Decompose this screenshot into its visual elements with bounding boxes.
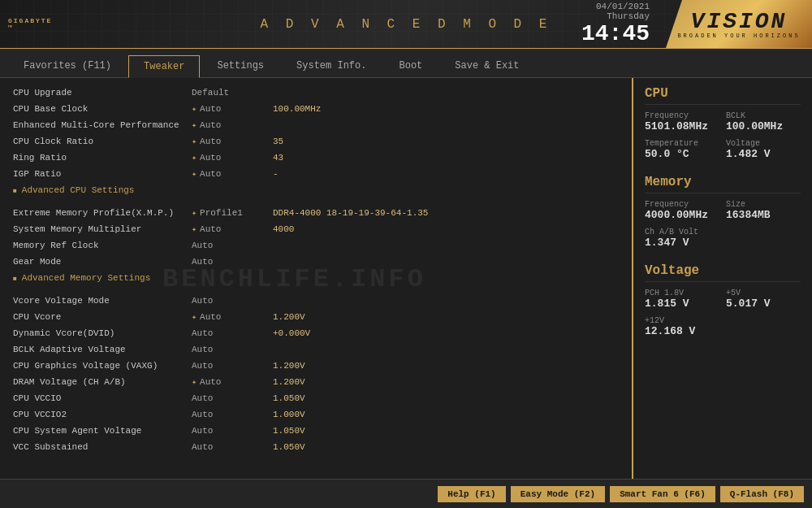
- memory-section-title: Memory: [645, 175, 801, 193]
- tab-settings[interactable]: Settings: [201, 54, 279, 77]
- list-item[interactable]: CPU VCCIO Auto 1.050V: [0, 390, 632, 406]
- nav-tabs: Favorites (F11) Tweaker Settings System …: [0, 49, 812, 78]
- list-item[interactable]: System Memory Multiplier ✦ Auto 4000: [0, 221, 632, 237]
- list-item[interactable]: Extreme Memory Profile(X.M.P.) ✦ Profile…: [0, 205, 632, 221]
- memory-frequency-item: Frequency 4000.00MHz: [645, 200, 719, 221]
- tab-systeminfo[interactable]: System Info.: [281, 54, 382, 77]
- footer: Help (F1) Easy Mode (F2) Smart Fan 6 (F6…: [0, 479, 812, 508]
- cpu-voltage-item: Voltage 1.482 V: [726, 139, 801, 160]
- memory-ch-item: Ch A/B Volt 1.347 V: [645, 228, 801, 249]
- list-item[interactable]: CPU VCCIO2 Auto 1.000V: [0, 406, 632, 423]
- main-content: BENCHLIFE.INFO CPU Upgrade Default CPU B…: [0, 78, 812, 479]
- list-item[interactable]: CPU Upgrade Default: [0, 85, 632, 101]
- time-display: 14:45: [581, 21, 650, 46]
- header-datetime: 04/01/2021 Thursday 14:45: [581, 2, 650, 46]
- cpu-info-section: CPU Frequency 5101.08MHz BCLK 100.00MHz …: [645, 86, 801, 163]
- list-item[interactable]: CPU System Agent Voltage Auto 1.050V: [0, 423, 632, 439]
- header: GIGABYTE ™ A D V A N C E D M O D E 04/01…: [0, 0, 812, 49]
- list-item[interactable]: Gear Mode Auto: [0, 254, 632, 270]
- plus5-voltage-item: +5V 5.017 V: [726, 289, 801, 310]
- memory-size-item: Size 16384MB: [726, 200, 801, 221]
- list-item[interactable]: VCC Substained Auto 1.050V: [0, 439, 632, 455]
- help-button[interactable]: Help (F1): [438, 486, 505, 502]
- date-display: 04/01/2021: [581, 2, 650, 11]
- tab-boot[interactable]: Boot: [383, 54, 438, 77]
- mode-label: A D V A N C E D M O D E: [261, 17, 552, 32]
- pch-voltage-item: PCH 1.8V 1.815 V: [645, 289, 719, 310]
- smart-fan-button[interactable]: Smart Fan 6 (F6): [610, 486, 715, 502]
- section-advanced-memory[interactable]: Advanced Memory Settings: [0, 270, 632, 286]
- list-item[interactable]: CPU Clock Ratio ✦ Auto 35: [0, 133, 632, 150]
- easy-mode-button[interactable]: Easy Mode (F2): [511, 486, 605, 502]
- tab-saveexit[interactable]: Save & Exit: [439, 54, 534, 77]
- list-item[interactable]: CPU Base Clock ✦ Auto 100.00MHz: [0, 101, 632, 117]
- list-item[interactable]: Vcore Voltage Mode Auto: [0, 293, 632, 309]
- list-item[interactable]: DRAM Voltage (CH A/B) ✦ Auto 1.200V: [0, 374, 632, 390]
- settings-panel: BENCHLIFE.INFO CPU Upgrade Default CPU B…: [0, 78, 633, 479]
- logo: GIGABYTE ™: [8, 17, 52, 32]
- list-item[interactable]: Memory Ref Clock Auto: [0, 237, 632, 254]
- list-item[interactable]: Ring Ratio ✦ Auto 43: [0, 150, 632, 166]
- list-item[interactable]: IGP Ratio ✦ Auto -: [0, 166, 632, 182]
- voltage-info-section: Voltage PCH 1.8V 1.815 V +5V 5.017 V +12…: [645, 263, 801, 341]
- section-advanced-cpu[interactable]: Advanced CPU Settings: [0, 182, 632, 198]
- voltage-section-title: Voltage: [645, 263, 801, 282]
- tab-favorites[interactable]: Favorites (F11): [8, 54, 127, 77]
- memory-info-section: Memory Frequency 4000.00MHz Size 16384MB…: [645, 175, 801, 252]
- plus12-voltage-item: +12V 12.168 V: [645, 316, 719, 337]
- day-display: Thursday: [581, 11, 650, 21]
- qflash-button[interactable]: Q-Flash (F8): [720, 486, 804, 502]
- cpu-temp-item: Temperature 50.0 °C: [645, 139, 719, 160]
- list-item[interactable]: CPU Vcore ✦ Auto 1.200V: [0, 309, 632, 325]
- list-item[interactable]: Enhanced Multi-Core Performance ✦ Auto: [0, 117, 632, 133]
- tab-tweaker[interactable]: Tweaker: [128, 55, 200, 78]
- cpu-bclk-item: BCLK 100.00MHz: [726, 111, 801, 132]
- list-item[interactable]: Dynamic Vcore(DVID) Auto +0.000V: [0, 325, 632, 341]
- list-item[interactable]: BCLK Adaptive Voltage Auto: [0, 341, 632, 358]
- cpu-section-title: CPU: [645, 86, 801, 105]
- cpu-frequency-item: Frequency 5101.08MHz: [645, 111, 719, 132]
- vision-logo: VISION BROADEN YOUR HORIZONS: [666, 0, 812, 48]
- gigabyte-logo: GIGABYTE ™: [8, 17, 52, 32]
- right-panel: CPU Frequency 5101.08MHz BCLK 100.00MHz …: [633, 78, 812, 479]
- list-item[interactable]: CPU Graphics Voltage (VAXG) Auto 1.200V: [0, 358, 632, 374]
